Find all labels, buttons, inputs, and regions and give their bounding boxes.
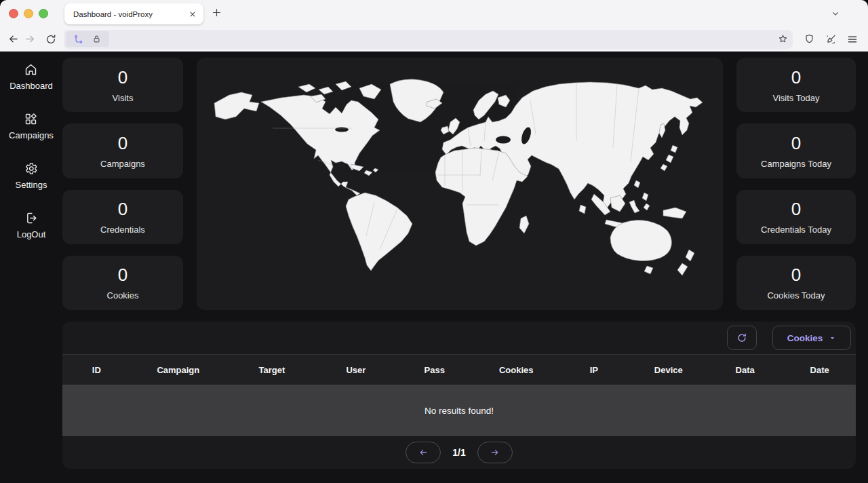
tab-title: Dashboard - voidProxy <box>73 10 188 18</box>
menu-hamburger-icon[interactable] <box>846 33 859 45</box>
previous-page-button[interactable] <box>406 442 441 463</box>
zoom-window-button[interactable] <box>39 9 48 18</box>
stat-card-cookies-today: 0 Cookies Today <box>736 256 856 310</box>
world-map <box>197 58 723 310</box>
stat-label: Campaigns <box>100 159 145 169</box>
column-header-ip: IP <box>557 365 631 375</box>
browser-window: Dashboard - voidProxy <box>0 0 868 483</box>
stat-label: Visits Today <box>773 93 820 103</box>
stat-value: 0 <box>118 199 127 220</box>
stat-value: 0 <box>118 265 127 286</box>
stat-value: 0 <box>118 67 127 88</box>
column-header-data: Data <box>707 365 783 375</box>
url-bar[interactable] <box>64 30 793 49</box>
stat-label: Cookies <box>107 290 139 301</box>
column-header-date: Date <box>783 365 855 375</box>
filter-selected-label: Cookies <box>787 333 823 343</box>
column-header-device: Device <box>631 365 707 375</box>
chevron-down-icon <box>829 334 836 342</box>
stat-card-credentials-today: 0 Credentials Today <box>736 190 856 244</box>
stat-card-visits: 0 Visits <box>62 58 183 112</box>
column-header-id: ID <box>62 365 131 375</box>
home-icon <box>24 62 38 77</box>
main-area: 0 Visits 0 Campaigns 0 Credentials 0 Coo… <box>62 52 868 483</box>
site-info-chip[interactable] <box>66 31 109 47</box>
sidebar-item-label: Campaigns <box>9 130 54 140</box>
column-header-user: User <box>318 365 394 375</box>
pagination: 1/1 <box>62 436 856 469</box>
column-header-target: Target <box>226 365 318 375</box>
table-header-row: ID Campaign Target User Pass Cookies IP … <box>62 355 856 385</box>
sidebar-item-campaigns[interactable]: Campaigns <box>9 112 54 140</box>
filter-dropdown-button[interactable]: Cookies <box>772 326 851 350</box>
new-tab-button[interactable] <box>211 7 222 18</box>
broom-cleaner-icon[interactable] <box>825 33 837 45</box>
refresh-icon <box>736 332 748 344</box>
column-header-pass: Pass <box>394 365 475 375</box>
stat-card-cookies: 0 Cookies <box>62 256 183 310</box>
browser-tab[interactable]: Dashboard - voidProxy <box>64 3 203 24</box>
stat-value: 0 <box>791 133 801 154</box>
stat-card-visits-today: 0 Visits Today <box>736 58 856 112</box>
stat-label: Credentials <box>100 225 145 235</box>
column-header-campaign: Campaign <box>131 365 226 375</box>
sidebar-item-label: Settings <box>16 180 47 190</box>
proxy-extension-icon[interactable] <box>73 34 84 45</box>
stat-label: Credentials Today <box>761 225 831 235</box>
back-icon[interactable] <box>7 33 20 45</box>
minimize-window-button[interactable] <box>24 9 33 18</box>
sidebar: Dashboard Campaigns Settings <box>0 52 62 483</box>
tab-close-icon[interactable] <box>188 9 197 19</box>
page-indicator: 1/1 <box>452 447 465 458</box>
stat-card-campaigns-today: 0 Campaigns Today <box>736 123 856 178</box>
logout-icon <box>24 211 39 225</box>
sidebar-item-dashboard[interactable]: Dashboard <box>9 62 53 91</box>
stat-value: 0 <box>791 199 801 220</box>
bookmark-star-icon[interactable] <box>777 33 789 45</box>
stat-value: 0 <box>791 265 801 286</box>
stat-value: 0 <box>118 133 127 154</box>
arrow-left-icon <box>417 446 429 459</box>
stat-card-credentials: 0 Credentials <box>62 190 183 244</box>
sidebar-item-logout[interactable]: LogOut <box>17 211 46 239</box>
stats-column-today: 0 Visits Today 0 Campaigns Today 0 Crede… <box>736 58 856 310</box>
tab-bar: Dashboard - voidProxy <box>0 0 868 27</box>
lock-icon[interactable] <box>92 34 102 44</box>
sidebar-item-label: Dashboard <box>9 81 53 91</box>
stat-label: Visits <box>113 93 134 103</box>
next-page-button[interactable] <box>477 442 513 463</box>
world-map-card <box>197 58 723 310</box>
stats-column-totals: 0 Visits 0 Campaigns 0 Credentials 0 Coo… <box>62 58 183 310</box>
settings-icon <box>24 161 38 176</box>
table-toolbar: Cookies <box>62 322 856 355</box>
sidebar-item-settings[interactable]: Settings <box>16 161 47 190</box>
browser-toolbar <box>0 27 868 52</box>
empty-results-message: No results found! <box>425 406 494 416</box>
stat-label: Cookies Today <box>767 290 825 301</box>
stat-label: Campaigns Today <box>761 159 831 169</box>
dashboard-grid: 0 Visits 0 Campaigns 0 Credentials 0 Coo… <box>62 58 856 310</box>
tab-list-chevron-icon[interactable] <box>830 8 841 19</box>
stat-card-campaigns: 0 Campaigns <box>62 123 183 178</box>
refresh-button[interactable] <box>727 326 757 350</box>
sidebar-item-label: LogOut <box>17 229 46 239</box>
forward-icon[interactable] <box>24 33 37 45</box>
campaigns-icon <box>24 112 38 126</box>
results-table-card: Cookies ID Campaign Target User Pass Coo… <box>62 322 856 469</box>
reload-icon[interactable] <box>45 33 57 45</box>
shield-icon[interactable] <box>804 33 815 45</box>
stat-value: 0 <box>791 67 801 88</box>
column-header-cookies: Cookies <box>475 365 557 375</box>
arrow-right-icon <box>489 446 501 459</box>
dashboard-page: Dashboard Campaigns Settings <box>0 52 868 483</box>
close-window-button[interactable] <box>9 9 18 18</box>
toolbar-actions <box>804 33 859 45</box>
window-controls <box>9 9 48 18</box>
empty-results-row: No results found! <box>62 385 856 436</box>
